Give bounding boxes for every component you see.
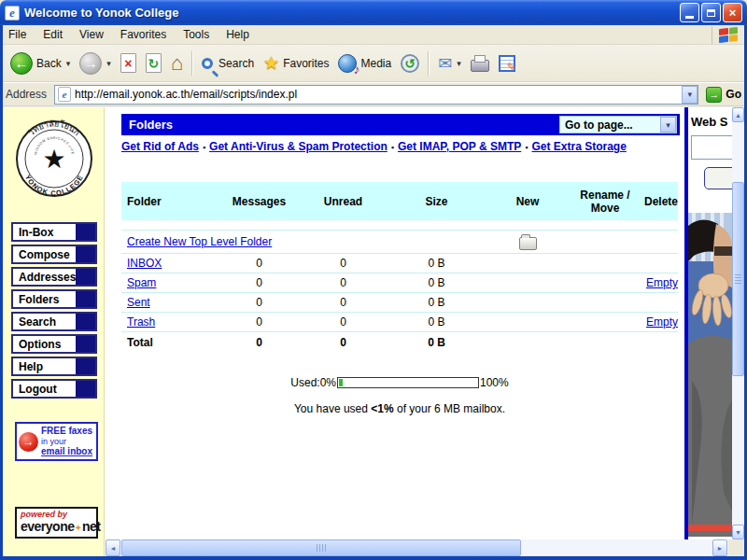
web-search-input[interactable] <box>691 135 732 160</box>
empty-spam-link[interactable]: Empty <box>646 276 678 289</box>
web-search-panel: Web S <box>688 107 732 539</box>
mail-dropdown-icon[interactable]: ▾ <box>457 59 461 68</box>
back-dropdown-icon[interactable]: ▾ <box>66 59 71 68</box>
web-search-title: Web S <box>691 115 728 129</box>
home-icon: ⌂ <box>171 53 183 74</box>
web-search-button[interactable] <box>704 167 732 189</box>
link-extra-storage[interactable]: Get Extra Storage <box>531 140 626 153</box>
sidebar-item-help[interactable]: Help <box>11 357 97 376</box>
page-icon: e <box>58 87 71 102</box>
spark-icon: ✦ <box>74 523 81 533</box>
forward-button[interactable]: → ▾ <box>75 49 116 77</box>
search-button[interactable]: Search <box>197 54 259 73</box>
folder-link-trash[interactable]: Trash <box>127 315 155 329</box>
empty-trash-link[interactable]: Empty <box>646 315 678 329</box>
refresh-button[interactable]: ↻ <box>141 50 166 76</box>
sidebar-item-search[interactable]: Search <box>11 312 97 331</box>
forward-dropdown-icon[interactable]: ▾ <box>106 59 111 68</box>
goto-page-value: Go to page... <box>560 119 660 132</box>
title-bar[interactable]: e Welcome to Yonok College × <box>0 0 747 25</box>
ie-app-icon: e <box>5 6 20 21</box>
menu-edit[interactable]: Edit <box>35 26 71 43</box>
print-button[interactable] <box>466 51 494 75</box>
menu-file[interactable]: File <box>0 26 35 43</box>
spam-messages: 0 <box>219 276 299 289</box>
close-button[interactable]: × <box>723 3 742 22</box>
sidebar-item-compose[interactable]: Compose <box>11 245 97 264</box>
address-url[interactable]: http://email.yonok.ac.th/email/scripts/i… <box>75 88 682 101</box>
home-button[interactable]: ⌂ <box>166 50 188 77</box>
sidebar-item-folders[interactable]: Folders <box>11 289 97 309</box>
media-button[interactable]: ♪ Media <box>333 51 396 76</box>
history-button[interactable]: ↺ <box>396 51 424 76</box>
chevron-down-icon: ▾ <box>666 120 670 130</box>
menu-view[interactable]: View <box>71 26 112 43</box>
scroll-right-icon[interactable]: ► <box>712 539 727 556</box>
menu-tools[interactable]: Tools <box>175 26 218 43</box>
fax-ad-arrow-icon: → <box>19 432 38 452</box>
link-antivirus-spam[interactable]: Get Anti-Virus & Spam Protection <box>209 140 388 153</box>
favorites-button[interactable]: ★ Favorites <box>259 51 333 75</box>
go-button[interactable]: → Go <box>706 87 741 103</box>
sidebar-item-options[interactable]: Options <box>11 334 97 354</box>
folder-link-inbox[interactable]: INBOX <box>127 257 162 270</box>
link-get-rid-of-ads[interactable]: Get Rid of Ads <box>121 140 199 153</box>
usage-progress-bar <box>337 377 479 388</box>
forward-icon: → <box>79 52 102 75</box>
address-label: Address <box>6 88 47 101</box>
goto-dropdown-button[interactable]: ▾ <box>660 117 676 133</box>
tld-text: net <box>82 519 101 534</box>
folders-header-bar: Folders Go to page... ▾ <box>121 114 680 135</box>
sent-size: 0 B <box>388 296 486 309</box>
create-folder-link[interactable]: Create New Top Level Folder <box>127 235 272 248</box>
horizontal-scrollbar-thumb[interactable] <box>121 539 521 556</box>
folder-link-sent[interactable]: Sent <box>127 296 150 309</box>
menu-favorites[interactable]: Favorites <box>112 26 175 43</box>
spam-unread: 0 <box>299 276 388 289</box>
scroll-up-icon[interactable]: ▲ <box>732 107 744 122</box>
sent-messages: 0 <box>219 296 299 309</box>
link-imap-pop-smtp[interactable]: Get IMAP, POP & SMTP <box>398 140 521 153</box>
vertical-scrollbar[interactable]: ▲ ▼ <box>732 107 744 539</box>
fax-ad-banner[interactable]: → FREE faxes in your email inbox <box>15 422 98 461</box>
trash-unread: 0 <box>299 315 388 329</box>
everyone-net-logo[interactable]: powered by everyone✦net <box>15 507 98 539</box>
toolbar-separator <box>191 51 193 76</box>
sidebar-item-logout[interactable]: Logout <box>11 379 97 399</box>
col-unread: Unread <box>299 195 388 208</box>
address-input[interactable]: e http://email.yonok.ac.th/email/scripts… <box>54 85 698 105</box>
folders-table-header: Folder Messages Unread Size New Rename /… <box>121 182 678 220</box>
mail-button[interactable]: ✉ ▾ <box>433 52 466 75</box>
inbox-unread: 0 <box>299 257 388 270</box>
vertical-scrollbar-thumb[interactable] <box>732 182 744 376</box>
window-border-bottom <box>0 556 747 560</box>
back-button[interactable]: ← Back ▾ <box>6 49 75 77</box>
fax-ad-text: FREE faxes in your email inbox <box>41 426 92 456</box>
address-dropdown-button[interactable]: ▾ <box>682 86 698 104</box>
stop-button[interactable]: × <box>116 50 141 76</box>
scroll-left-icon[interactable]: ◄ <box>106 539 120 556</box>
media-icon: ♪ <box>338 54 357 73</box>
sidebar-item-addresses[interactable]: Addresses <box>11 267 97 287</box>
menu-help[interactable]: Help <box>218 26 258 43</box>
edit-icon: ✎ <box>499 55 515 72</box>
edit-button[interactable]: ✎ <box>494 52 520 75</box>
full-label: 100% <box>480 376 509 389</box>
scroll-down-icon[interactable]: ▼ <box>732 525 744 539</box>
new-folder-icon[interactable] <box>519 237 537 250</box>
powered-by-text: powered by <box>21 511 92 519</box>
total-size: 0 B <box>388 336 486 349</box>
restore-button[interactable] <box>701 3 721 22</box>
print-icon <box>471 60 489 72</box>
goto-page-select[interactable]: Go to page... ▾ <box>559 116 677 133</box>
folder-link-spam[interactable]: Spam <box>127 276 156 289</box>
minimize-button[interactable] <box>680 3 699 22</box>
horizontal-scrollbar[interactable]: ◄ ► <box>106 539 744 556</box>
sidebar-label: Search <box>19 315 56 329</box>
folders-table: Create New Top Level Folder INBOX 0 0 0 … <box>121 230 678 353</box>
go-label: Go <box>726 88 741 101</box>
sidebar-item-inbox[interactable]: In-Box <box>11 222 97 242</box>
standard-buttons-toolbar: ← Back ▾ → ▾ × ↻ ⌂ Search ★ Favorites ♪ … <box>0 45 747 82</box>
sidebar-label: In-Box <box>19 226 53 239</box>
ad-photo[interactable] <box>688 213 732 537</box>
